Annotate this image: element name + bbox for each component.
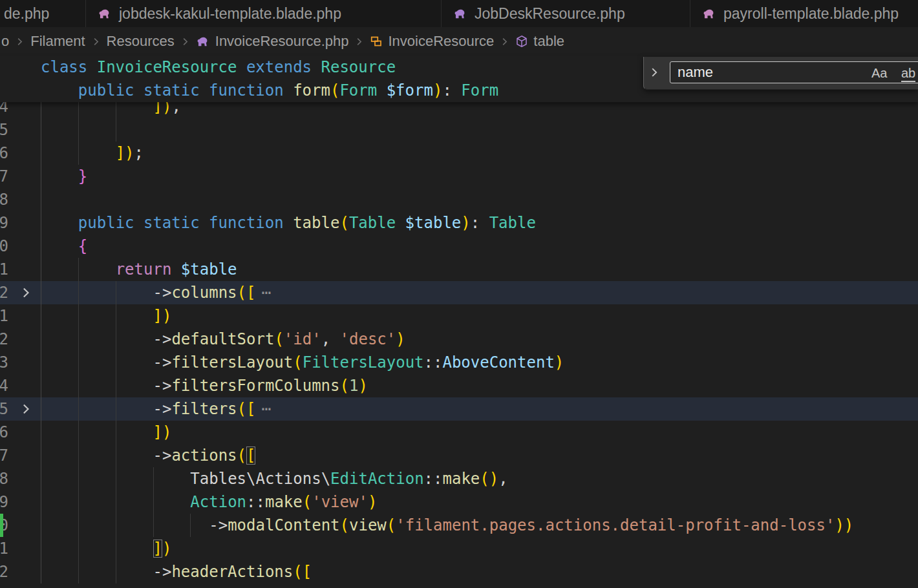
breadcrumb-item-Resources[interactable]: Resources [107, 33, 175, 50]
code-line[interactable]: 62->defaultSort('id', 'desc') [0, 328, 918, 351]
file-icon [702, 6, 716, 21]
line-number[interactable]: 45 [0, 118, 8, 142]
indent-guide [116, 397, 116, 421]
code-line[interactable]: 81]) [0, 537, 918, 560]
indent-guide [78, 304, 79, 328]
code-line[interactable]: 46]); [0, 142, 918, 165]
line-number[interactable]: 79 [0, 490, 8, 514]
tab-JobDeskResource.php[interactable]: JobDeskResource.php [442, 0, 690, 27]
code-area: 44]),4546]);47}4849public static functio… [0, 95, 918, 583]
breadcrumb-separator-icon [354, 37, 364, 47]
line-number[interactable]: 63 [0, 351, 8, 374]
toggle-replace-button[interactable] [648, 67, 660, 78]
indent-guide [116, 351, 116, 374]
line-number[interactable]: 51 [0, 258, 8, 281]
indent-guide [41, 165, 41, 188]
indent-guide [78, 351, 79, 374]
indent-guide [153, 514, 154, 537]
indent-guide [78, 397, 79, 421]
line-number[interactable]: 46 [0, 142, 8, 165]
line-number[interactable]: 81 [0, 537, 8, 560]
line-number[interactable]: 52 [0, 281, 8, 304]
line-number[interactable]: 82 [0, 560, 8, 583]
code-text: ->filtersLayout(FiltersLayout::AboveCont… [153, 351, 564, 374]
tab-payroll-template.blade.php[interactable]: payroll-template.blade.php [690, 0, 918, 27]
code-line[interactable]: 49public static function table(Table $ta… [0, 211, 918, 235]
indent-guide [116, 118, 116, 142]
line-number[interactable]: 77 [0, 444, 8, 467]
tab-bar: de.phpjobdesk-kakul-template.blade.phpJo… [0, 0, 918, 27]
indent-guide [41, 467, 41, 490]
breadcrumb-label: InvoiceResource [388, 33, 494, 50]
line-number[interactable]: 49 [0, 211, 8, 235]
indent-guide [41, 514, 41, 537]
breadcrumb-item-o[interactable]: o [1, 33, 9, 50]
code-text: ]) [153, 304, 172, 328]
breadcrumb-item-InvoiceResource.php[interactable]: InvoiceResource.php [196, 33, 349, 50]
line-number[interactable]: 65 [0, 397, 8, 421]
indent-guide [78, 258, 79, 281]
code-line[interactable]: 50{ [0, 235, 918, 258]
find-widget: name Aa ab [643, 57, 918, 90]
breadcrumb-label: Filament [30, 33, 85, 50]
fold-chevron-icon[interactable] [19, 286, 32, 299]
code-text: return $table [116, 258, 237, 281]
code-text: ->modalContent(view('filament.pages.acti… [209, 514, 853, 537]
code-line[interactable]: 64->filtersFormColumns(1) [0, 374, 918, 397]
indent-guide [78, 142, 79, 165]
code-line[interactable]: 48 [0, 188, 918, 211]
indent-guide [41, 397, 41, 421]
breadcrumb-label: table [533, 33, 564, 50]
breadcrumb-separator-icon [91, 37, 101, 47]
indent-guide [78, 444, 79, 467]
code-text: ->defaultSort('id', 'desc') [153, 328, 405, 351]
breadcrumb-separator-icon [15, 37, 25, 47]
code-line[interactable]: 45 [0, 118, 918, 142]
breadcrumb-item-InvoiceResource[interactable]: InvoiceResource [370, 33, 494, 50]
breadcrumb-item-table[interactable]: table [515, 33, 564, 50]
tab-de.php[interactable]: de.php [0, 0, 86, 27]
match-case-icon[interactable]: Aa [871, 65, 887, 81]
code-line[interactable]: 76]) [0, 421, 918, 444]
line-number[interactable]: 62 [0, 328, 8, 351]
line-number[interactable]: 64 [0, 374, 8, 397]
code-line[interactable]: 47} [0, 165, 918, 188]
code-line[interactable]: 80->modalContent(view('filament.pages.ac… [0, 514, 918, 537]
line-number[interactable]: 76 [0, 421, 8, 444]
tab-label: de.php [4, 5, 49, 23]
indent-guide [78, 281, 79, 304]
find-query: name [678, 64, 713, 80]
class-icon [370, 35, 383, 48]
code-line[interactable]: 51return $table [0, 258, 918, 281]
code-line[interactable]: 52->columns([⋯ [0, 281, 918, 304]
tab-jobdesk-kakul-template.blade.php[interactable]: jobdesk-kakul-template.blade.php [86, 0, 442, 27]
code-text: ]); [116, 142, 144, 165]
line-number[interactable]: 50 [0, 235, 8, 258]
code-line[interactable]: 63->filtersLayout(FiltersLayout::AboveCo… [0, 351, 918, 374]
code-line[interactable]: 78Tables\Actions\EditAction::make(), [0, 467, 918, 490]
code-line[interactable]: 82->headerActions([ [0, 560, 918, 583]
indent-guide [78, 490, 79, 514]
breadcrumb-label: InvoiceResource.php [215, 33, 349, 50]
line-number[interactable]: 61 [0, 304, 8, 328]
code-text: ->filters([⋯ [153, 397, 271, 421]
cube-icon [515, 35, 528, 48]
line-number[interactable]: 78 [0, 467, 8, 490]
code-line[interactable]: 77->actions([ [0, 444, 918, 467]
indent-guide [41, 188, 41, 211]
line-number[interactable]: 48 [0, 188, 8, 211]
indent-guide [78, 374, 79, 397]
breadcrumb-item-Filament[interactable]: Filament [30, 33, 85, 50]
indent-guide [78, 118, 79, 142]
line-number[interactable]: 47 [0, 165, 8, 188]
code-text: ]) [153, 421, 172, 444]
code-line[interactable]: 79Action::make('view') [0, 490, 918, 514]
indent-guide [78, 537, 79, 560]
indent-guide [41, 211, 41, 235]
code-line[interactable]: 65->filters([⋯ [0, 397, 918, 421]
indent-guide [78, 514, 79, 537]
fold-chevron-icon[interactable] [19, 403, 32, 415]
code-line[interactable]: 61]) [0, 304, 918, 328]
whole-word-icon[interactable]: ab [901, 65, 915, 82]
indent-guide [41, 444, 41, 467]
